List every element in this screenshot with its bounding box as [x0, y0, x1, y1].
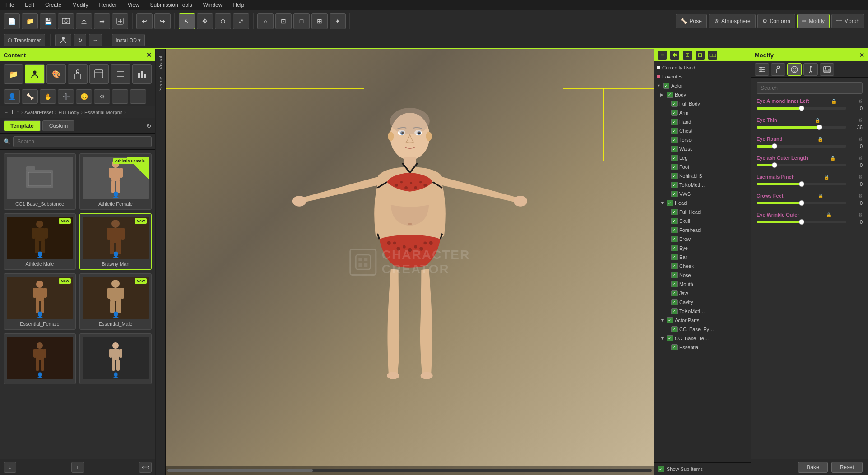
modify-tab-body[interactable] — [771, 63, 785, 76]
menu-window[interactable]: Window — [201, 1, 224, 9]
tree-chest[interactable]: ✓ Chest — [654, 126, 751, 135]
cb-eye[interactable]: ✓ — [671, 245, 678, 251]
slider-track-5[interactable] — [757, 183, 846, 185]
footer-expand-btn[interactable]: ⟺ — [139, 462, 152, 473]
breadcrumb-fullbody[interactable]: Full Body — [58, 110, 79, 115]
cb-essential[interactable]: ✓ — [671, 344, 678, 350]
breadcrumb-avatarpreset[interactable]: AvatarPreset — [24, 110, 53, 115]
scale-button[interactable]: ⤢ — [233, 13, 249, 29]
modify-tab-adjust[interactable] — [755, 63, 769, 76]
content-tab-paint[interactable]: 🎨 — [46, 64, 66, 84]
tree-fullbody[interactable]: ✓ Full Body — [654, 99, 751, 108]
content-tab-avatar[interactable] — [25, 64, 44, 84]
menu-help[interactable]: Help — [231, 1, 246, 9]
cb-leg[interactable]: ✓ — [671, 155, 678, 161]
cb-mouth[interactable]: ✓ — [671, 281, 678, 287]
tree-essential[interactable]: ✓ Essential — [654, 343, 751, 352]
reset-button[interactable]: Reset — [831, 462, 863, 473]
modify-close[interactable]: ✕ — [859, 52, 864, 59]
slider-thumb-3[interactable] — [772, 143, 777, 149]
slider-thumb-1[interactable] — [799, 106, 804, 111]
grid-item-athleticmale[interactable]: New 👤 Athletic Male — [4, 213, 76, 270]
footer-down-btn[interactable]: ↓ — [4, 462, 16, 473]
tree-jaw[interactable]: ✓ Jaw — [654, 289, 751, 298]
slider-track-3[interactable] — [757, 145, 846, 148]
cb-vws[interactable]: ✓ — [671, 191, 678, 197]
nav-up[interactable]: ⬆ — [10, 109, 14, 115]
grid-item-essentialfemale[interactable]: New 👤 Essential_Female — [4, 273, 76, 330]
content-tab2-skeleton[interactable]: 🦴 — [22, 89, 38, 104]
menu-view[interactable]: View — [126, 1, 141, 9]
home-button[interactable]: ⌂ — [257, 13, 274, 29]
cb-torso[interactable]: ✓ — [671, 137, 678, 143]
chain-icon-2[interactable]: ⛓ — [858, 118, 863, 123]
cb-skull[interactable]: ✓ — [671, 218, 678, 224]
cb-actorparts[interactable]: ✓ — [667, 317, 673, 323]
grid-item-essentialmale[interactable]: New 👤 Essential_Male — [79, 273, 152, 330]
cb-body[interactable]: ✓ — [667, 92, 673, 98]
screenshot-button[interactable] — [58, 13, 74, 29]
cb-ear[interactable]: ✓ — [671, 254, 678, 260]
tree-actor[interactable]: ▼ ✓ Actor — [654, 81, 751, 90]
tree-mouth[interactable]: ✓ Mouth — [654, 280, 751, 289]
cb-kohlrabi[interactable]: ✓ — [671, 173, 678, 179]
visual-tab[interactable]: Visual — [157, 52, 165, 73]
flip-person-button[interactable]: ↔ — [89, 34, 102, 46]
tree-actorparts[interactable]: ▼ ✓ Actor Parts — [654, 316, 751, 325]
morph-tree-icon1[interactable]: ≡ — [658, 51, 667, 60]
tree-forehead[interactable]: ✓ Forehead — [654, 226, 751, 235]
tree-leg[interactable]: ✓ Leg — [654, 153, 751, 162]
footer-add-btn[interactable]: + — [71, 462, 84, 473]
cb-ccbaseeye[interactable]: ✓ — [671, 326, 678, 332]
slider-track-6[interactable] — [757, 202, 846, 204]
tree-nose[interactable]: ✓ Nose — [654, 271, 751, 280]
chain-icon-6[interactable]: ⛓ — [858, 194, 863, 198]
chain-icon-7[interactable]: ⛓ — [858, 212, 863, 217]
grid-item-brawny[interactable]: New 👤 Brawny Man — [79, 213, 152, 270]
slider-track-7[interactable] — [757, 221, 846, 223]
cb-cheek[interactable]: ✓ — [671, 263, 678, 269]
content-tab-tree[interactable] — [111, 64, 130, 84]
tree-skull[interactable]: ✓ Skull — [654, 217, 751, 226]
scene-tab[interactable]: Scene — [157, 73, 165, 94]
slider-track-1[interactable] — [757, 107, 846, 110]
chain-icon-4[interactable]: ⛓ — [858, 156, 863, 161]
tab-template[interactable]: Template — [4, 120, 41, 131]
morph-tool-button[interactable]: 〰 Morph — [831, 14, 864, 28]
menu-submission[interactable]: Submission Tools — [149, 1, 194, 9]
box-button[interactable]: □ — [293, 13, 310, 29]
instalod-button[interactable]: InstaLOD ▾ — [112, 34, 145, 46]
split-button[interactable]: ⊞ — [311, 13, 328, 29]
lock-icon-1[interactable]: 🔒 — [831, 99, 836, 104]
cb-head[interactable]: ✓ — [667, 200, 673, 206]
slider-thumb-2[interactable] — [817, 125, 822, 130]
cb-jaw[interactable]: ✓ — [671, 290, 678, 296]
save-button[interactable]: 💾 — [40, 13, 56, 29]
morph-tree-icon3[interactable]: ⊞ — [683, 51, 692, 60]
content-tab-scene[interactable] — [89, 64, 109, 84]
tree-brow[interactable]: ✓ Brow — [654, 235, 751, 244]
move-button[interactable]: ✥ — [197, 13, 213, 29]
content-tab2-hand[interactable]: ✋ — [40, 89, 56, 104]
pose-tool-button[interactable]: 🦴 Pose — [676, 14, 707, 28]
cb-fullhead[interactable]: ✓ — [671, 209, 678, 215]
light-button[interactable]: ✦ — [330, 13, 346, 29]
modify-tab-texture[interactable] — [820, 63, 834, 76]
menu-modify[interactable]: Modify — [70, 1, 90, 9]
tree-eye[interactable]: ✓ Eye — [654, 244, 751, 253]
slider-thumb-5[interactable] — [799, 181, 804, 187]
content-close-button[interactable]: ✕ — [146, 51, 152, 59]
tree-body[interactable]: ▶ ✓ Body — [654, 90, 751, 99]
cb-fullbody[interactable]: ✓ — [671, 101, 678, 107]
morph-tree-icon2[interactable]: ✱ — [670, 51, 679, 60]
transformer-button[interactable]: ⬡ Transformer — [4, 34, 45, 46]
slider-thumb-6[interactable] — [799, 200, 804, 206]
slider-thumb-4[interactable] — [772, 162, 777, 168]
content-tab-chart[interactable] — [132, 64, 152, 84]
morph-tree-icon5[interactable]: □□ — [708, 51, 717, 60]
modify-tab-pose[interactable] — [803, 63, 818, 76]
menu-file[interactable]: File — [4, 1, 16, 9]
tree-tokomoti2[interactable]: ✓ ToKoMoti… — [654, 307, 751, 316]
grid-item-athleticfemale[interactable]: Athletic Female 👤 Athletic Female — [79, 153, 152, 210]
viewport-hscroll[interactable] — [167, 469, 652, 472]
